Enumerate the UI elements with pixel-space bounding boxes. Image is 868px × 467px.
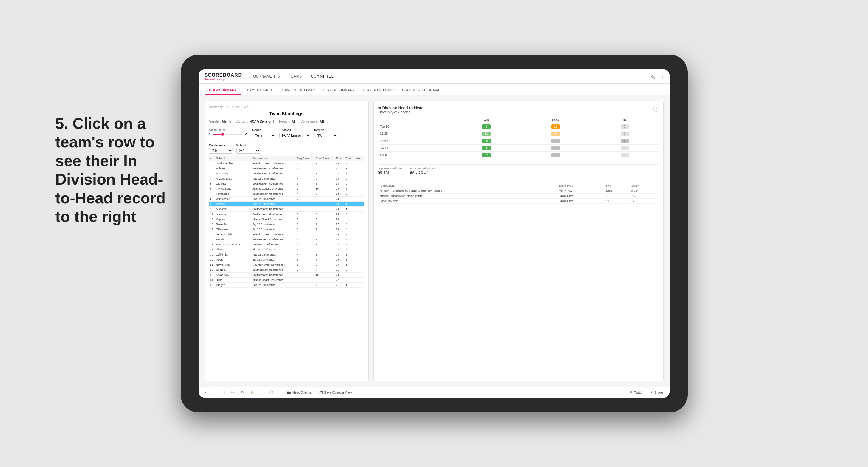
cut-button[interactable]: ✂ <box>229 389 236 396</box>
cell-win <box>354 227 364 232</box>
table-row[interactable]: 16 Florida Southeastern Conference 7 9 2… <box>209 237 364 242</box>
cell-conf-rank: 9 <box>315 161 335 166</box>
table-row[interactable]: 12 Virginia Atlantic Coast Conference 3 … <box>209 217 364 222</box>
slider-thumb[interactable] <box>221 133 224 136</box>
cell-conference: Pac-12 Conference <box>251 201 296 207</box>
cell-rds: 26 <box>335 176 344 181</box>
sign-out-button[interactable]: Sign out <box>649 74 664 79</box>
cell-school: Duke <box>215 278 251 283</box>
cell-conference: Southeastern Conference <box>251 207 296 212</box>
table-row[interactable]: 17 East Tennessee State Southern Confere… <box>209 242 364 247</box>
filter-conference: Conference: All <box>301 120 324 123</box>
table-row[interactable]: 7 Tennessee Southeastern Conference 4 6 … <box>209 191 364 196</box>
cell-reg-rank: 1 <box>296 222 315 227</box>
cell-conference: Pac-12 Conference <box>251 196 296 201</box>
panel-title: Team Standings <box>209 111 364 116</box>
table-row[interactable]: 3 Vanderbilt Southeastern Conference 2 8… <box>209 171 364 176</box>
sub-nav-player-h2h-grid[interactable]: PLAYER H2H GRID <box>359 86 398 95</box>
cell-rds: 27 <box>335 262 344 268</box>
gender-select[interactable]: Men's Women's <box>252 133 276 138</box>
cell-tour: 4 <box>344 232 354 237</box>
cell-rds: 29 <box>335 186 344 191</box>
cell-conference: Southeastern Conference <box>251 212 296 217</box>
cell-conference: Pac-12 Conference <box>251 176 296 181</box>
cell-school: Arizona <box>215 201 251 207</box>
share-button[interactable]: ↗ Share <box>649 389 664 396</box>
table-row[interactable]: 5 Ole Miss Southeastern Conference 3 6 1… <box>209 181 364 186</box>
cell-rds: 26 <box>335 227 344 232</box>
h2h-win-cell: 25 <box>452 137 521 145</box>
table-row[interactable]: 19 California Pac-12 Conference 4 8 24 2 <box>209 252 364 257</box>
h2h-tie-cell: 0 <box>590 123 659 130</box>
table-row[interactable]: 18 Illinois Big Ten Conference 1 9 26 3 <box>209 247 364 252</box>
table-row[interactable]: 10 Alabama Southeastern Conference 5 8 2… <box>209 207 364 212</box>
region-select[interactable]: N/A East West <box>314 133 338 138</box>
table-row[interactable]: 22 Georgia Southeastern Conference 8 7 2… <box>209 268 364 273</box>
conference-select[interactable]: (All) <box>209 148 233 154</box>
table-row[interactable]: 23 Texas A&M Southeastern Conference 9 1… <box>209 273 364 278</box>
col-tour: Tour <box>344 156 354 161</box>
cell-conference: Southeastern Conference <box>251 171 296 176</box>
table-row[interactable]: 9 Arizona Pac-12 Conference 5 8 23 3 <box>209 201 364 207</box>
table-row[interactable]: 6 Florida State Atlantic Coast Conferenc… <box>209 186 364 191</box>
tournament-table-body: Jackson T. Stephens Cup Men's Match Play… <box>378 188 659 204</box>
nav-item-teams[interactable]: TEAMS <box>289 73 302 80</box>
table-row[interactable]: 20 Texas Big 12 Conference 3 7 20 2 <box>209 257 364 262</box>
cell-reg-rank: 3 <box>296 217 315 222</box>
table-row[interactable]: 8 Washington Pac-12 Conference 2 8 23 1 <box>209 196 364 201</box>
table-row[interactable]: 21 New Mexico Mountain West Conference 1… <box>209 262 364 268</box>
cell-reg-rank: 2 <box>296 186 315 191</box>
watch-button[interactable]: 👁 Watch <box>628 390 645 396</box>
slider-track[interactable] <box>213 134 243 135</box>
table-row[interactable]: 2 Auburn Southeastern Conference 1 27 6 <box>209 166 364 171</box>
sub-nav-player-h2h-heatmap[interactable]: PLAYER H2H HEATMAP <box>398 86 444 95</box>
paste-button[interactable]: 📋 <box>249 389 257 396</box>
nav-item-committee[interactable]: COMMITTEE <box>311 73 334 80</box>
tour-name: Jackson T. Stephens Cup Men's Match Play… <box>378 188 557 193</box>
save-custom-view-button[interactable]: 💾 Save Custom View <box>317 390 354 396</box>
nav-items: TOURNAMENTS TEAMS COMMITTEE <box>251 73 649 80</box>
cell-tour: 1 <box>344 196 354 201</box>
redo-button[interactable]: ↪ <box>213 389 219 396</box>
cell-rank: 21 <box>209 262 215 268</box>
table-row[interactable]: 11 Arkansas Southeastern Conference 6 8 … <box>209 212 364 217</box>
division-select[interactable]: NCAA Division I NCAA Division II <box>279 133 310 138</box>
cell-conf-rank: 8 <box>315 207 335 212</box>
sub-nav-team-h2h-heatmap[interactable]: TEAM H2H HEATMAP <box>276 86 319 95</box>
cell-school: California <box>215 252 251 257</box>
clock-button[interactable]: 🕐 <box>267 389 275 396</box>
logo-area: SCOREBOARD Powered by clippd <box>205 72 242 81</box>
cell-win <box>354 217 364 222</box>
cell-conf-rank: 9 <box>315 237 335 242</box>
undo-button[interactable]: ↩ <box>204 389 210 396</box>
copy-button[interactable]: ⧉ <box>240 389 245 396</box>
school-select[interactable]: (All) <box>237 148 260 154</box>
cell-rds: 23 <box>335 161 344 166</box>
cell-rank: 17 <box>209 242 215 247</box>
h2h-close-button[interactable]: × <box>653 105 659 112</box>
sub-nav-team-summary[interactable]: TEAM SUMMARY <box>205 86 241 95</box>
col-rank: # <box>209 156 215 161</box>
tour-name: Cabo Collegiate <box>378 198 557 204</box>
cell-school: North Carolina <box>215 161 251 166</box>
table-row[interactable]: 25 Oregon Pac-12 Conference 5 7 21 0 <box>209 283 364 288</box>
cell-rds: 20 <box>335 257 344 262</box>
table-row[interactable]: 15 Georgia Tech Atlantic Coast Conferenc… <box>209 232 364 237</box>
cell-win <box>354 262 364 268</box>
cell-school: Texas Tech <box>215 222 251 227</box>
sub-nav-player-summary[interactable]: PLAYER SUMMARY <box>319 86 359 95</box>
cell-conference: Southern Conference <box>251 242 296 247</box>
cell-rank: 18 <box>209 247 215 252</box>
table-row[interactable]: 4 Arizona State Pac-12 Conference 4 9 26… <box>209 176 364 181</box>
sub-nav-team-h2h-grid[interactable]: TEAM H2H GRID <box>241 86 276 95</box>
nav-item-tournaments[interactable]: TOURNAMENTS <box>251 73 280 80</box>
view-original-button[interactable]: 📷 View: Original <box>285 390 314 396</box>
min-rounds-slider-row: 4 20 <box>209 132 249 136</box>
table-row[interactable]: 14 Oklahoma Big 12 Conference 3 9 26 2 <box>209 227 364 232</box>
filter-controls: Minimum Rou... 4 20 Gende <box>209 127 364 154</box>
cell-rank: 10 <box>209 207 215 212</box>
cell-reg-rank: 3 <box>296 227 315 232</box>
table-row[interactable]: 13 Texas Tech Big 12 Conference 1 9 27 2 <box>209 222 364 227</box>
table-row[interactable]: 24 Duke Atlantic Coast Conference 5 9 27… <box>209 278 364 283</box>
table-row[interactable]: 1 North Carolina Atlantic Coast Conferen… <box>209 161 364 166</box>
